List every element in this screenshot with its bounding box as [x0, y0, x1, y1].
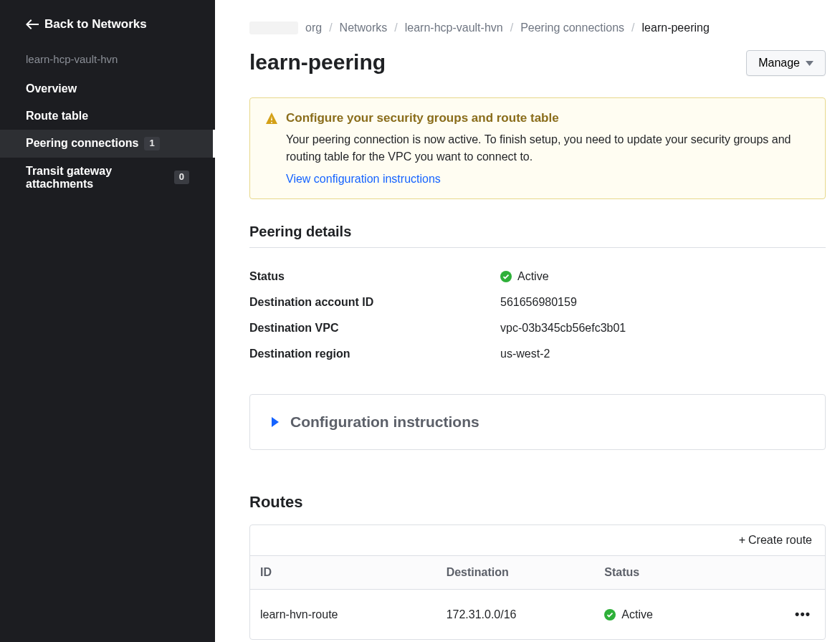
sidebar-item-label: Transit gateway attachments: [26, 165, 168, 191]
detail-row-status: Status Active: [249, 264, 826, 289]
routes-title: Routes: [249, 493, 826, 512]
crumb-current: learn-peering: [642, 21, 710, 34]
sidebar-item-peering-connections[interactable]: Peering connections 1: [0, 130, 215, 158]
accordion-title: Configuration instructions: [290, 413, 479, 431]
peering-details: Status Active Destination account ID 561…: [249, 264, 826, 367]
crumb-org-redacted: [249, 21, 298, 34]
warning-icon: [266, 112, 277, 124]
route-status-text: Active: [621, 608, 653, 621]
detail-value: vpc-03b345cb56efc3b01: [500, 322, 626, 335]
back-label: Back to Networks: [44, 17, 147, 32]
main-content: org / Networks / learn-hcp-vault-hvn / P…: [215, 0, 840, 642]
status-text: Active: [517, 270, 549, 283]
route-destination: 172.31.0.0/16: [447, 608, 605, 621]
route-id: learn-hvn-route: [260, 608, 447, 621]
arrow-left-icon: [26, 19, 39, 29]
detail-row-region: Destination region us-west-2: [249, 341, 826, 367]
detail-value: 561656980159: [500, 296, 577, 309]
create-route-button[interactable]: + Create route: [739, 534, 812, 547]
routes-toolbar: + Create route: [250, 525, 825, 556]
routes-table: + Create route ID Destination Status lea…: [249, 524, 826, 640]
sidebar-item-label: Route table: [26, 110, 88, 123]
detail-label: Status: [249, 270, 500, 283]
crumb-networks[interactable]: Networks: [340, 21, 388, 34]
alert-body: Your peering connection is now active. T…: [266, 131, 809, 166]
detail-value: us-west-2: [500, 348, 550, 360]
count-badge: 0: [174, 171, 189, 184]
page-header: learn-peering Manage: [249, 50, 826, 76]
chevron-right-icon: [272, 417, 279, 427]
detail-label: Destination region: [249, 348, 500, 360]
breadcrumb-separator: /: [329, 21, 332, 34]
route-status: Active: [604, 608, 772, 621]
col-status: Status: [604, 566, 772, 579]
divider: [249, 247, 826, 248]
sidebar-item-route-table[interactable]: Route table: [0, 102, 215, 130]
sidebar: Back to Networks learn-hcp-vault-hvn Ove…: [0, 0, 215, 642]
alert-link[interactable]: View configuration instructions: [266, 173, 809, 186]
check-circle-icon: [500, 271, 512, 282]
detail-row-vpc: Destination VPC vpc-03b345cb56efc3b01: [249, 315, 826, 341]
detail-label: Destination account ID: [249, 296, 500, 309]
page-title: learn-peering: [249, 50, 386, 75]
create-route-label: Create route: [748, 534, 812, 547]
check-circle-icon: [604, 609, 616, 621]
count-badge: 1: [144, 137, 159, 150]
sidebar-item-label: Peering connections: [26, 137, 138, 150]
breadcrumb: org / Networks / learn-hcp-vault-hvn / P…: [249, 21, 826, 34]
configuration-instructions-accordion[interactable]: Configuration instructions: [249, 394, 826, 450]
detail-label: Destination VPC: [249, 322, 500, 335]
table-row: learn-hvn-route 172.31.0.0/16 Active •••: [250, 590, 825, 639]
crumb-org-suffix[interactable]: org: [305, 21, 322, 34]
peering-details-title: Peering details: [249, 224, 826, 240]
more-actions-button[interactable]: •••: [772, 607, 815, 622]
alert-title: Configure your security groups and route…: [266, 111, 809, 125]
breadcrumb-separator: /: [394, 21, 397, 34]
crumb-hvn[interactable]: learn-hcp-vault-hvn: [405, 21, 503, 34]
chevron-down-icon: [806, 61, 813, 66]
manage-label: Manage: [758, 57, 800, 70]
back-to-networks-link[interactable]: Back to Networks: [0, 10, 215, 49]
sidebar-item-overview[interactable]: Overview: [0, 75, 215, 102]
detail-value: Active: [500, 270, 549, 283]
col-id: ID: [260, 566, 447, 579]
routes-header: ID Destination Status: [250, 556, 825, 590]
warning-alert: Configure your security groups and route…: [249, 97, 826, 199]
breadcrumb-separator: /: [510, 21, 513, 34]
sidebar-item-label: Overview: [26, 82, 77, 95]
manage-button[interactable]: Manage: [746, 50, 826, 76]
col-destination: Destination: [447, 566, 605, 579]
breadcrumb-separator: /: [631, 21, 634, 34]
plus-icon: +: [739, 534, 745, 547]
crumb-section[interactable]: Peering connections: [520, 21, 624, 34]
sidebar-item-transit-gateway[interactable]: Transit gateway attachments 0: [0, 158, 215, 198]
detail-row-account: Destination account ID 561656980159: [249, 289, 826, 315]
sidebar-context: learn-hcp-vault-hvn: [0, 49, 215, 75]
alert-title-text: Configure your security groups and route…: [286, 111, 559, 125]
